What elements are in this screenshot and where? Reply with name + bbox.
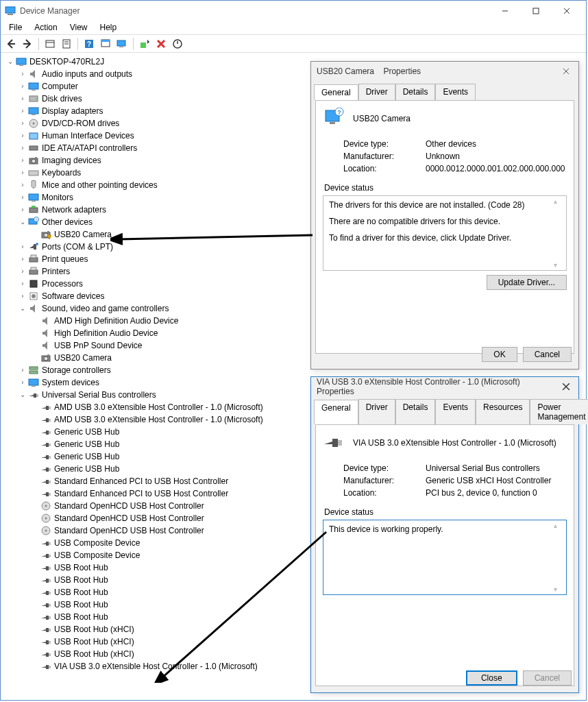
- device-icon: [40, 587, 51, 598]
- tree-item-label: AMD USB 3.0 eXtensible Host Controller -…: [54, 401, 263, 413]
- chevron-right-icon[interactable]: ›: [17, 142, 28, 154]
- chevron-right-icon[interactable]: ›: [17, 278, 28, 290]
- device-icon: [40, 574, 51, 585]
- uninstall-button[interactable]: [154, 36, 169, 51]
- chevron-down-icon[interactable]: ⌄: [17, 389, 28, 401]
- close-button[interactable]: Close: [466, 670, 517, 686]
- scan-hardware-button[interactable]: [114, 36, 130, 51]
- device-icon: [40, 352, 51, 363]
- update-driver-button[interactable]: [137, 36, 152, 51]
- tab-details[interactable]: Details: [395, 399, 436, 424]
- tab-details[interactable]: Details: [395, 84, 436, 100]
- svg-rect-64: [32, 386, 36, 387]
- svg-rect-86: [49, 616, 51, 619]
- svg-rect-67: [49, 419, 51, 422]
- chevron-down-icon[interactable]: ⌄: [17, 216, 28, 228]
- show-hidden-button[interactable]: [42, 36, 58, 51]
- tab-power-management[interactable]: Power Management: [530, 399, 588, 424]
- usb-plug-icon: [323, 432, 345, 454]
- ok-button[interactable]: OK: [482, 347, 517, 362]
- svg-rect-80: [49, 542, 51, 545]
- device-icon: [28, 266, 39, 277]
- tab-resources[interactable]: Resources: [476, 399, 530, 424]
- tab-general[interactable]: General: [314, 84, 358, 101]
- close-icon[interactable]: [559, 64, 573, 78]
- chevron-down-icon[interactable]: ⌄: [17, 302, 28, 315]
- device-icon: [28, 377, 39, 388]
- chevron-right-icon[interactable]: ›: [17, 364, 28, 376]
- tree-item-label: Generic USB Hub: [54, 438, 119, 450]
- device-icon: [28, 204, 39, 215]
- chevron-right-icon[interactable]: ›: [17, 290, 28, 302]
- scroll-up-icon[interactable]: ▴: [554, 522, 565, 529]
- tab-general[interactable]: General: [314, 400, 358, 425]
- manufacturer-label: Manufacturer:: [343, 152, 426, 161]
- chevron-right-icon[interactable]: ›: [17, 204, 28, 216]
- forward-button[interactable]: [20, 36, 35, 51]
- chevron-right-icon[interactable]: ›: [17, 191, 28, 204]
- tab-driver[interactable]: Driver: [358, 399, 395, 424]
- action-window-button[interactable]: [98, 36, 113, 51]
- svg-rect-33: [29, 133, 38, 139]
- close-icon[interactable]: [559, 380, 573, 394]
- svg-rect-18: [119, 47, 123, 47]
- cancel-button[interactable]: Cancel: [523, 670, 572, 686]
- chevron-right-icon[interactable]: ›: [17, 253, 28, 265]
- properties-button[interactable]: [59, 36, 74, 51]
- device-icon: [40, 636, 51, 647]
- tree-item-label: USB Root Hub: [54, 598, 108, 611]
- device-icon: [28, 143, 39, 154]
- tree-item-label: Display adapters: [42, 105, 103, 117]
- maximize-button[interactable]: [520, 1, 551, 21]
- svg-rect-87: [49, 629, 51, 631]
- chevron-right-icon[interactable]: ›: [17, 179, 28, 191]
- device-icon: [40, 340, 51, 351]
- svg-rect-82: [49, 567, 51, 570]
- menu-help[interactable]: Help: [95, 21, 123, 34]
- cancel-button[interactable]: Cancel: [523, 347, 572, 362]
- tree-item-label: Printers: [42, 265, 70, 278]
- chevron-right-icon[interactable]: ›: [17, 80, 28, 93]
- svg-rect-48: [47, 231, 49, 232]
- svg-point-36: [32, 159, 36, 163]
- tree-item-label: Standard OpenHCD USB Host Controller: [54, 500, 204, 512]
- device-type-value: Universal Serial Bus controllers: [426, 463, 567, 473]
- chevron-down-icon[interactable]: ⌄: [5, 56, 16, 68]
- tab-events[interactable]: Events: [435, 399, 476, 424]
- chevron-right-icon[interactable]: ›: [17, 93, 28, 105]
- close-button[interactable]: [551, 1, 582, 21]
- chevron-right-icon[interactable]: ›: [17, 376, 28, 389]
- tree-item-label: DESKTOP-470RL2J: [29, 56, 104, 68]
- chevron-right-icon[interactable]: ›: [17, 130, 28, 142]
- scroll-down-icon[interactable]: ▾: [554, 585, 565, 593]
- tab-driver[interactable]: Driver: [358, 84, 395, 100]
- device-icon: ?: [28, 217, 39, 228]
- menu-file[interactable]: File: [3, 21, 27, 34]
- update-driver-button[interactable]: Update Driver...: [487, 275, 567, 290]
- device-icon: [40, 513, 51, 524]
- tab-events[interactable]: Events: [435, 84, 476, 100]
- chevron-right-icon[interactable]: ›: [17, 105, 28, 117]
- help-button[interactable]: ?: [82, 36, 97, 51]
- tree-item-label: IDE ATA/ATAPI controllers: [42, 142, 137, 154]
- chevron-right-icon[interactable]: ›: [17, 117, 28, 130]
- disable-button[interactable]: [170, 36, 185, 51]
- menu-action[interactable]: Action: [29, 21, 62, 34]
- minimize-button[interactable]: [489, 1, 520, 21]
- device-status-text[interactable]: This device is working properly. ▴▾: [323, 520, 567, 595]
- back-button[interactable]: [3, 36, 19, 51]
- scroll-up-icon[interactable]: ▴: [554, 197, 565, 205]
- device-icon: [28, 155, 39, 166]
- device-status-text[interactable]: The drivers for this device are not inst…: [323, 195, 567, 271]
- scroll-down-icon[interactable]: ▾: [554, 261, 565, 269]
- chevron-right-icon[interactable]: ›: [17, 241, 28, 253]
- chevron-right-icon[interactable]: ›: [17, 68, 28, 80]
- chevron-right-icon[interactable]: ›: [17, 167, 28, 179]
- menu-view[interactable]: View: [64, 21, 93, 34]
- device-icon: [28, 69, 39, 80]
- tree-item-label: AMD USB 3.0 eXtensible Host Controller -…: [54, 413, 263, 426]
- toolbar: ?: [1, 35, 586, 53]
- chevron-right-icon[interactable]: ›: [17, 154, 28, 167]
- chevron-right-icon[interactable]: ›: [17, 265, 28, 278]
- tree-item-label: Ports (COM & LPT): [42, 241, 113, 253]
